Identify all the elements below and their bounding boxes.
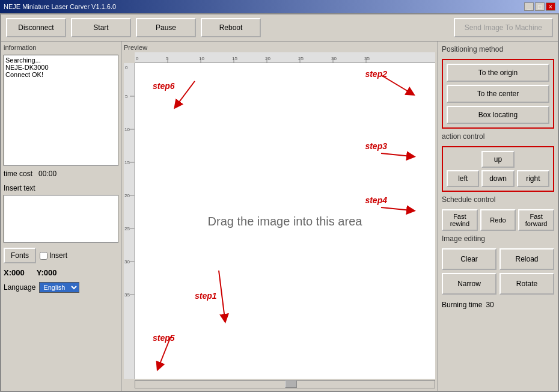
left-panel: information Searching... NEJE-DK3000 Con… [1,41,121,391]
svg-text:20: 20 [265,56,270,61]
pause-button[interactable]: Pause [136,18,196,37]
time-cost-value: 00:00 [38,170,57,178]
action-label: action control [442,132,554,141]
scrollbar-horizontal[interactable] [135,380,435,388]
step6-label: step6 [153,81,175,91]
log-line-2: NEJE-DK3000 [5,64,117,71]
insert-label: Insert [49,251,67,260]
svg-line-34 [381,207,411,210]
svg-text:30: 30 [124,259,130,265]
info-section-label: information [4,44,118,51]
fonts-button[interactable]: Fonts [4,248,36,263]
svg-line-31 [177,81,195,105]
log-line-3: Connect OK! [5,71,117,78]
down-button[interactable]: down [481,170,514,187]
image-editing-grid: Clear Reload Narrow Rotate [442,248,554,295]
burning-time-label: Burning time [442,301,482,309]
svg-line-36 [159,337,171,367]
insert-checkbox[interactable] [40,252,47,260]
y-coord: Y:000 [37,268,57,277]
maximize-button[interactable]: □ [535,2,545,11]
box-locating-button[interactable]: Box locating [447,106,549,124]
left-button[interactable]: left [447,170,479,187]
svg-text:20: 20 [124,193,130,198]
rotate-button[interactable]: Rotate [499,273,554,295]
right-panel: Positioning method To the origin To the … [438,41,558,391]
step2-arrow [375,69,423,105]
svg-text:15: 15 [124,160,130,165]
language-label: Language [4,283,35,292]
step1-label: step1 [195,291,217,301]
svg-text:5: 5 [166,56,169,61]
disconnect-button[interactable]: Disconnect [6,18,66,37]
center-panel: Preview 0 5 10 15 [121,41,438,391]
svg-text:35: 35 [124,292,130,298]
ruler-horizontal: 0 5 10 15 20 25 30 35 [135,52,435,63]
canvas-with-vruler: 0 5 10 15 20 25 30 [124,63,435,379]
step5-label: step5 [153,333,175,343]
action-grid: up left down right [447,151,549,187]
svg-text:35: 35 [364,56,370,61]
fast-forward-button[interactable]: Fast forward [518,209,554,231]
close-button[interactable]: × [546,2,555,11]
reboot-button[interactable]: Reboot [201,18,261,37]
ruler-vertical: 0 5 10 15 20 25 30 [124,63,135,379]
drag-text: Drag the image into this area [208,214,362,228]
clear-button[interactable]: Clear [442,248,496,270]
redo-button[interactable]: Redo [480,209,516,231]
step6-arrow [171,75,219,111]
canvas-drop-area[interactable]: Drag the image into this area step6 step… [135,63,435,379]
step2-label: step2 [365,69,387,79]
scrollbar-thumb[interactable] [285,381,297,388]
fast-rewind-button[interactable]: Fast rewind [442,209,478,231]
svg-line-33 [381,153,411,156]
send-image-button[interactable]: Send Image To Machine [454,18,553,37]
svg-text:25: 25 [298,56,304,61]
step4-arrow [375,198,423,222]
language-select[interactable]: English Chinese German French [39,282,79,293]
image-editing-label: Image editing [442,234,554,243]
svg-text:15: 15 [232,56,237,61]
insert-checkbox-label[interactable]: Insert [40,251,67,260]
coords-row: X:000 Y:000 [4,268,118,277]
title-bar: NEJE Miniature Laser Carver V1.1.6.0 _ □… [0,0,559,13]
insert-text-input[interactable] [4,195,118,243]
positioning-section: To the origin To the center Box locating [442,59,554,129]
title-text: NEJE Miniature Laser Carver V1.1.6.0 [4,3,116,10]
ruler-h-svg: 0 5 10 15 20 25 30 35 [135,52,435,63]
step1-arrow [207,265,243,325]
svg-line-35 [219,271,225,319]
insert-text-label: Insert text [4,184,118,192]
toolbar: Disconnect Start Pause Reboot Send Image… [1,14,558,41]
ruler-v-svg: 0 5 10 15 20 25 30 [124,63,135,379]
insert-row: Fonts Insert [4,248,118,263]
svg-text:0: 0 [125,65,128,70]
svg-text:25: 25 [124,226,130,231]
to-center-button[interactable]: To the center [447,85,549,103]
positioning-label: Positioning method [442,45,554,54]
svg-line-32 [381,75,411,93]
right-button[interactable]: right [517,170,549,187]
schedule-grid: Fast rewind Redo Fast forward [442,209,554,231]
preview-label: Preview [124,44,435,51]
x-coord: X:000 [4,268,25,277]
burning-time-row: Burning time 30 [442,301,554,309]
narrow-button[interactable]: Narrow [442,273,496,295]
minimize-button[interactable]: _ [524,2,534,11]
start-button[interactable]: Start [71,18,131,37]
svg-text:0: 0 [136,56,139,61]
info-log: Searching... NEJE-DK3000 Connect OK! [4,55,118,166]
language-row: Language English Chinese German French [4,282,118,293]
title-bar-buttons[interactable]: _ □ × [524,2,555,11]
svg-text:5: 5 [125,94,128,99]
to-origin-button[interactable]: To the origin [447,64,549,82]
schedule-label: Schedule control [442,195,554,204]
log-line-1: Searching... [5,57,117,64]
svg-text:10: 10 [124,127,130,132]
step5-arrow [147,331,195,373]
burning-time-value: 30 [486,301,493,309]
reload-button[interactable]: Reload [499,248,554,270]
step3-label: step3 [365,141,387,151]
content-area: information Searching... NEJE-DK3000 Con… [1,41,558,391]
up-button[interactable]: up [481,151,514,168]
